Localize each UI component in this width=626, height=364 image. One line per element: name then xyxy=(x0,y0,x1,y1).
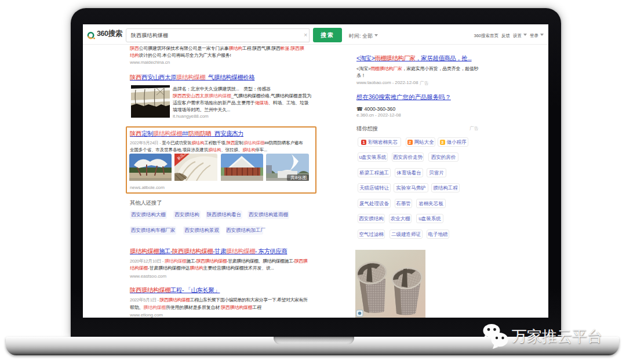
svg-text:共8张图: 共8张图 xyxy=(290,175,307,180)
